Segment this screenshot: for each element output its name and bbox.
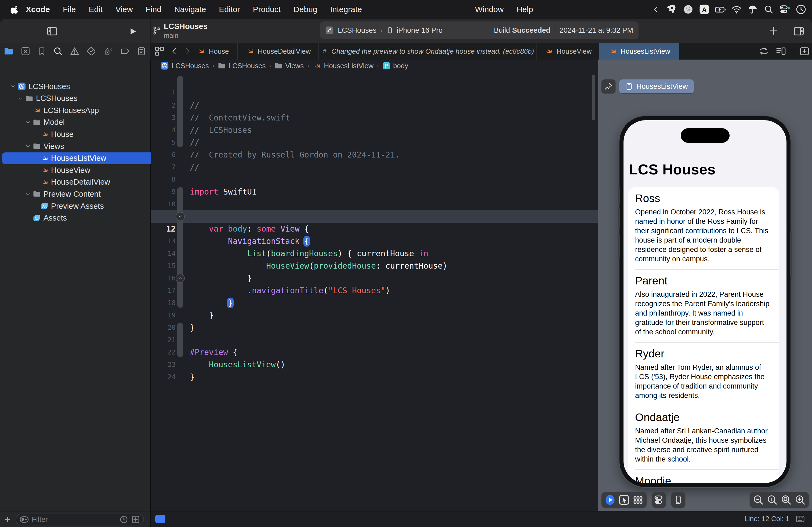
toggle-sidebar-icon[interactable] <box>46 26 58 36</box>
pin-preview-button[interactable] <box>601 79 615 93</box>
editor-options-icon[interactable] <box>775 46 787 57</box>
sidebar-item-houseslistview[interactable]: HousesListView <box>2 152 177 164</box>
code-line-22[interactable]: 22 HousesListView() <box>151 334 598 346</box>
code-line-6[interactable]: 6 // <box>151 136 598 149</box>
disclosure-chevron-icon[interactable] <box>24 191 32 197</box>
menu-xcode[interactable]: Xcode <box>19 5 56 14</box>
live-preview-icon[interactable] <box>603 492 617 508</box>
fold-chevron-up-icon[interactable] <box>176 274 185 283</box>
menu-file[interactable]: File <box>56 5 82 14</box>
tab-3[interactable]: HouseView <box>537 43 599 60</box>
rocket-icon[interactable] <box>666 3 678 16</box>
editor-indicator[interactable] <box>155 515 165 523</box>
related-items-icon[interactable] <box>154 46 165 57</box>
code-review-icon[interactable] <box>758 46 769 57</box>
run-button[interactable] <box>128 26 137 36</box>
code-line-7[interactable]: 7 <box>151 149 598 161</box>
umbrella-icon[interactable] <box>746 3 759 16</box>
sidebar-item-house[interactable]: House <box>2 128 177 140</box>
report-icon[interactable] <box>137 46 146 56</box>
house-row-parent[interactable]: Parent Also inaugurated in 2022, Parent … <box>635 269 779 342</box>
run-destination[interactable]: iPhone 16 Pro <box>396 26 443 35</box>
menu-help[interactable]: Help <box>510 5 540 14</box>
sidebar-item-assets[interactable]: Assets <box>2 212 169 224</box>
spray-icon[interactable] <box>103 46 113 56</box>
changes-icon[interactable] <box>20 46 31 56</box>
menu-window[interactable]: Window <box>468 5 510 14</box>
battery-icon[interactable] <box>714 3 727 16</box>
pill-icon[interactable] <box>682 3 694 16</box>
scheme-selector[interactable]: LCSHouses › iPhone 16 Pro BuildSucceeded… <box>320 21 639 39</box>
menu-debug[interactable]: Debug <box>287 5 323 14</box>
sidebar-item-lcshousesapp[interactable]: LCSHousesApp <box>2 104 169 116</box>
code-line-11[interactable]: 11 var body: some View { <box>151 198 598 210</box>
menu-integrate[interactable]: Integrate <box>324 5 368 14</box>
jumpbar-item-houseslistview[interactable]: HousesListView <box>312 61 374 70</box>
code-line-19[interactable]: 19 } <box>151 297 598 309</box>
editor-scrollbar[interactable] <box>592 75 595 120</box>
house-row-moodie[interactable]: Moodie <box>635 469 779 483</box>
sidebar-item-houseview[interactable]: HouseView <box>2 164 177 176</box>
code-line-9[interactable]: 9 <box>151 174 598 186</box>
code-line-20[interactable]: 20 <box>151 309 598 321</box>
sidebar-item-housedetailview[interactable]: HouseDetailView <box>2 176 177 188</box>
activity-view[interactable]: BuildSucceeded 2024-11-21 at 9:32 PM <box>494 26 633 35</box>
house-row-ryder[interactable]: Ryder Named after Tom Ryder, an alumnus … <box>635 342 779 406</box>
code-line-24[interactable]: 24 <box>151 359 598 371</box>
disclosure-chevron-icon[interactable] <box>9 84 17 89</box>
menu-navigate[interactable]: Navigate <box>168 5 213 14</box>
device-bezel-icon-button[interactable] <box>671 492 685 508</box>
sidebar-item-preview-assets[interactable]: Preview Assets <box>2 200 177 212</box>
keyboard-shortcuts-icon[interactable] <box>795 514 806 524</box>
disclosure-chevron-icon[interactable] <box>24 119 32 125</box>
zoom-out-icon[interactable] <box>751 492 765 508</box>
menu-find[interactable]: Find <box>139 5 168 14</box>
zoom-fit-icon[interactable] <box>779 492 793 508</box>
disclosure-chevron-icon[interactable] <box>24 143 32 149</box>
bookmark-icon[interactable] <box>37 46 46 56</box>
tab-active-4[interactable]: HousesListView <box>599 43 679 60</box>
menu-view[interactable]: View <box>109 5 139 14</box>
code-line-12[interactable]: 12 NavigationStack { <box>151 210 598 223</box>
menu-editor[interactable]: Editor <box>213 5 246 14</box>
warning-icon[interactable] <box>70 46 80 56</box>
tab-2[interactable]: # Changed the preview to show Ondaatje h… <box>319 43 537 60</box>
jumpbar-item-lcshouses[interactable]: LCSHouses <box>218 62 266 70</box>
code-area[interactable]: 1 // 2 // ContentView.swift 3 // LCSHous… <box>151 72 598 497</box>
code-line-1[interactable]: 1 // <box>151 75 598 87</box>
variants-icon[interactable] <box>631 492 645 508</box>
folder-nav-icon[interactable] <box>3 46 14 56</box>
jump-bar[interactable]: LCSHouses› LCSHouses› Views› HousesListV… <box>151 60 598 72</box>
jumpbar-item-body[interactable]: Pbody <box>382 61 408 70</box>
tab-0[interactable]: House <box>188 43 238 60</box>
add-editor-icon[interactable] <box>799 46 810 57</box>
zoom-actual-icon[interactable]: 1 <box>765 492 779 508</box>
sidebar-item-lcshouses[interactable]: LCSHouses <box>2 80 154 92</box>
code-line-23[interactable]: 23 } <box>151 346 598 359</box>
menu-edit[interactable]: Edit <box>82 5 109 14</box>
selectable-cursor-icon[interactable] <box>617 492 631 508</box>
sidebar-item-lcshouses[interactable]: LCSHouses <box>2 93 162 104</box>
back-icon[interactable] <box>170 46 178 57</box>
code-line-17[interactable]: 17 } <box>151 272 598 284</box>
test-icon[interactable] <box>86 46 97 56</box>
code-line-5[interactable]: 5 // Created by Russell Gordon on 2024-1… <box>151 124 598 136</box>
search-icon[interactable] <box>53 46 63 56</box>
control-center-icon[interactable] <box>779 3 791 16</box>
houses-list[interactable]: Ross Opened in October 2022, Ross House … <box>628 187 779 483</box>
wifi-icon[interactable] <box>730 3 743 16</box>
code-line-2[interactable]: 2 // ContentView.swift <box>151 87 598 99</box>
clock-icon[interactable] <box>795 3 807 16</box>
jumpbar-item-lcshouses[interactable]: LCSHouses <box>160 61 209 70</box>
search-icon[interactable] <box>763 3 775 16</box>
house-row-ondaatje[interactable]: Ondaatje Named after Sri Lankan-Canadian… <box>635 406 779 469</box>
fold-chevron-down-icon[interactable] <box>176 212 185 221</box>
code-line-18[interactable]: 18 } <box>151 284 598 297</box>
editor-layout-icon[interactable] <box>793 26 805 36</box>
tab-1[interactable]: HouseDetailView <box>238 43 319 60</box>
plus-icon[interactable] <box>768 26 779 36</box>
code-line-8[interactable]: 8 import SwiftUI <box>151 161 598 174</box>
code-line-3[interactable]: 3 // LCSHouses <box>151 99 598 111</box>
recent-files-icon[interactable] <box>119 515 128 524</box>
keyboard-a-icon[interactable]: A <box>698 3 710 16</box>
